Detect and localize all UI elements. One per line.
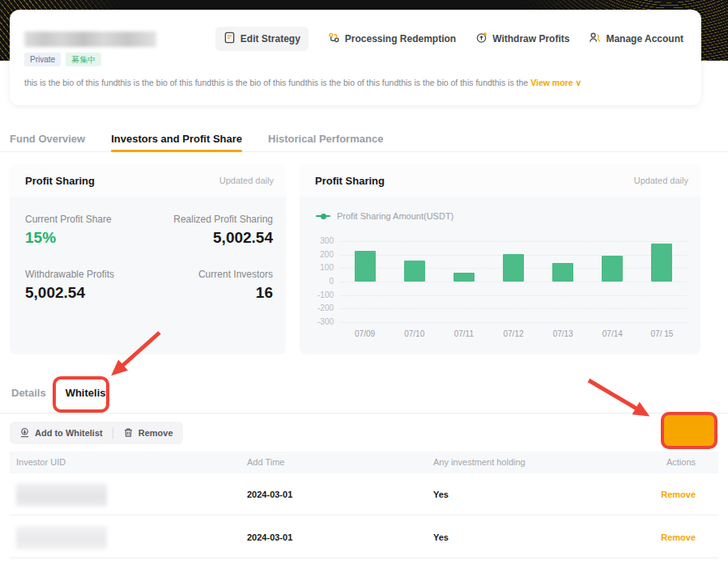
- processing-redemption-button[interactable]: Processing Redemption: [328, 32, 456, 46]
- tab-details[interactable]: Details: [11, 387, 46, 399]
- x-axis-tick-label: 07/10: [390, 329, 439, 338]
- stat-value: 16: [149, 284, 273, 302]
- tab-historical-performance[interactable]: Historical Performance: [268, 128, 383, 151]
- fund-badges: Private 募集中: [24, 53, 101, 66]
- chart-gridline: [340, 295, 687, 296]
- summary-card-header: Profit Sharing Updated daily: [10, 164, 286, 197]
- profit-sharing-chart-card: Profit Sharing Updated daily Profit Shar…: [300, 164, 700, 354]
- chart-bar: [651, 244, 672, 282]
- edit-strategy-icon: [224, 32, 236, 46]
- private-badge: Private: [24, 53, 61, 66]
- stat-label: Realized Profit Sharing: [149, 214, 273, 225]
- y-axis-tick-label: 200: [306, 250, 334, 259]
- annotation-arrow-toggle: [589, 380, 646, 414]
- legend-label: Profit Sharing Amount(USDT): [337, 211, 453, 221]
- whitelist-toggle[interactable]: [676, 426, 703, 440]
- chart-bar: [404, 261, 425, 282]
- whitelist-table-header: Investor UID Add Time Any investment hol…: [10, 452, 718, 473]
- x-axis-tick-label: 07/12: [489, 329, 538, 338]
- processing-redemption-icon: [328, 32, 340, 46]
- column-add-time: Add Time: [247, 452, 284, 473]
- chart-bar: [503, 254, 524, 282]
- stat-current-investors: Current Investors 16: [149, 269, 273, 302]
- tab-whitelist[interactable]: Whitelist: [66, 387, 109, 399]
- processing-redemption-label: Processing Redemption: [345, 33, 456, 45]
- y-axis-tick-label: -300: [306, 317, 334, 326]
- y-axis-tick-label: -100: [306, 290, 334, 299]
- tab-investors-profit-share[interactable]: Investors and Profit Share: [111, 128, 242, 151]
- profit-sharing-summary-card: Profit Sharing Updated daily Current Pro…: [10, 164, 286, 354]
- cell-holding: Yes: [433, 516, 449, 558]
- fund-action-buttons: Edit Strategy Processing Redemption With…: [215, 27, 683, 51]
- chart-gridline: [340, 241, 687, 242]
- stat-current-profit-share: Current Profit Share 15%: [25, 214, 149, 247]
- investor-uid-blurred: [16, 526, 107, 549]
- cell-add-time: 2024-03-01: [247, 516, 292, 558]
- withdraw-profits-icon: [475, 32, 487, 46]
- chart-y-axis: 3002001000-100-200-300: [306, 241, 334, 322]
- cell-add-time: 2024-03-01: [247, 473, 292, 515]
- whitelist-toolbar: Add to Whitelist Remove: [10, 422, 183, 444]
- stat-value: 5,002.54: [25, 284, 149, 302]
- x-axis-tick-label: 07/14: [588, 329, 636, 338]
- y-axis-tick-label: 100: [306, 263, 334, 272]
- remove-button[interactable]: Remove: [113, 422, 183, 444]
- fund-name-blurred: [24, 32, 156, 47]
- remove-button-label: Remove: [138, 428, 173, 438]
- chart-gridline: [340, 322, 687, 323]
- x-axis-tick-label: 07/13: [539, 329, 587, 338]
- x-axis-tick-label: 07/ 15: [637, 329, 686, 338]
- column-investor-uid: Investor UID: [16, 452, 66, 473]
- stat-label: Current Investors: [149, 269, 273, 280]
- summary-card-title: Profit Sharing: [25, 175, 95, 187]
- stat-value: 5,002.54: [149, 229, 273, 247]
- chart-bar: [552, 263, 573, 282]
- edit-strategy-button[interactable]: Edit Strategy: [215, 27, 309, 51]
- chart-gridline: [340, 308, 687, 309]
- stat-realized-profit-sharing: Realized Profit Sharing 5,002.54: [149, 214, 273, 247]
- cell-holding: Yes: [433, 473, 449, 515]
- chart-bar: [453, 273, 475, 282]
- edit-strategy-label: Edit Strategy: [241, 33, 300, 45]
- chart-x-axis: 07/0907/1007/1107/1207/1307/1407/ 15: [340, 329, 687, 341]
- add-to-whitelist-button[interactable]: Add to Whitelist: [10, 422, 113, 444]
- trash-icon: [123, 427, 134, 439]
- stat-label: Current Profit Share: [25, 214, 149, 225]
- investor-uid-blurred: [16, 483, 107, 507]
- row-remove-link[interactable]: Remove: [661, 473, 696, 515]
- divider: [0, 413, 728, 413]
- main-tabs: Fund Overview Investors and Profit Share…: [0, 128, 728, 152]
- stat-value: 15%: [25, 229, 149, 247]
- chart-legend[interactable]: Profit Sharing Amount(USDT): [316, 211, 453, 221]
- toggle-knob: [691, 428, 701, 439]
- detail-tabs: Details Whitelist: [11, 387, 109, 399]
- tab-fund-overview[interactable]: Fund Overview: [10, 128, 85, 151]
- fund-bio: this is the bio of this fundthis is the …: [24, 78, 581, 87]
- chart-card-title: Profit Sharing: [315, 175, 385, 187]
- y-axis-tick-label: -200: [306, 303, 334, 312]
- withdraw-profits-button[interactable]: Withdraw Profits: [475, 32, 569, 46]
- chart-plot: [340, 241, 687, 322]
- manage-account-button[interactable]: Manage Account: [589, 32, 683, 46]
- chart-bar: [355, 251, 376, 282]
- row-remove-link[interactable]: Remove: [661, 516, 696, 558]
- table-row: 2024-03-01 Yes Remove: [10, 473, 718, 515]
- add-to-whitelist-label: Add to Whitelist: [35, 428, 103, 438]
- chart-updated-label: Updated daily: [634, 176, 688, 185]
- fund-header-card: Private 募集中 this is the bio of this fund…: [10, 10, 701, 105]
- stat-label: Withdrawable Profits: [25, 269, 149, 280]
- x-axis-tick-label: 07/11: [440, 329, 488, 338]
- fund-bio-text: this is the bio of this fundthis is the …: [24, 78, 528, 87]
- withdraw-profits-label: Withdraw Profits: [492, 33, 569, 45]
- view-more-link[interactable]: View more ∨: [530, 78, 581, 87]
- chart-gridline: [340, 282, 687, 282]
- x-axis-tick-label: 07/09: [341, 329, 390, 338]
- chart-bar: [602, 256, 623, 282]
- stat-withdrawable-profits: Withdrawable Profits 5,002.54: [25, 269, 149, 302]
- manage-account-icon: [589, 32, 601, 46]
- legend-marker-icon: [316, 215, 330, 217]
- y-axis-tick-label: 300: [306, 236, 334, 245]
- table-row: 2024-03-01 Yes Remove: [10, 516, 718, 558]
- chart-card-header: Profit Sharing Updated daily: [300, 164, 700, 197]
- manage-account-label: Manage Account: [606, 33, 683, 45]
